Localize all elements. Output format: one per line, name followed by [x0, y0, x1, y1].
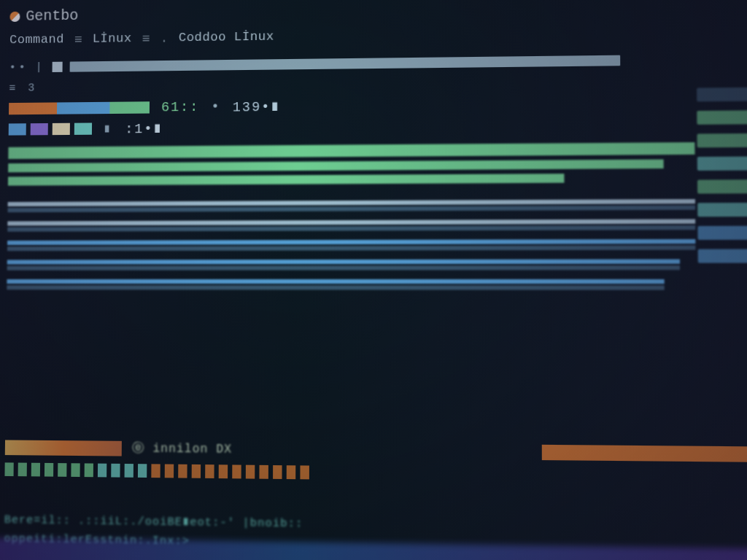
tick: [273, 465, 282, 479]
segment-sep: •: [211, 99, 220, 114]
process-row: [7, 279, 665, 290]
status-left-block: [5, 440, 122, 456]
side-indicators: [692, 87, 747, 262]
tick: [85, 463, 93, 477]
separator-dot: .: [160, 30, 169, 44]
tick: [138, 464, 147, 478]
legend-row: ≡ 3: [9, 73, 747, 96]
tick: [246, 465, 255, 479]
process-row: [8, 199, 695, 212]
side-chip: [697, 110, 747, 125]
tick: [18, 463, 27, 477]
side-chip: [697, 179, 747, 193]
segment-bar: [9, 101, 150, 114]
swatch: [9, 123, 26, 135]
segment: [9, 102, 57, 114]
swatch: [31, 123, 48, 135]
swatch-row: ∎ :1•∎: [9, 116, 747, 137]
tick: [4, 462, 13, 476]
status-label: ⓔ innilon DX: [132, 440, 232, 457]
tick: [31, 463, 40, 477]
process-row: [7, 259, 681, 270]
segment-value-b: 139•∎: [233, 98, 281, 114]
tick: [287, 465, 296, 479]
tick: [232, 464, 241, 478]
swatch: [74, 122, 92, 134]
distro-logo-icon: [9, 11, 20, 21]
block-icon: [53, 62, 63, 72]
side-chip: [697, 226, 747, 240]
status-right-bar: [542, 444, 747, 462]
process-row: [7, 219, 695, 231]
separator-icon: ≡: [142, 31, 150, 45]
tick: [44, 463, 53, 477]
tick: [151, 464, 160, 478]
tick: [219, 464, 228, 478]
swatch-marker: ∎: [104, 122, 113, 136]
tick: [71, 463, 80, 477]
tick: [125, 464, 133, 478]
breadcrumb-item: Command: [9, 32, 64, 47]
indicator-dots: ••: [9, 61, 28, 74]
legend-glyph: ≡ 3: [9, 82, 37, 95]
tick: [259, 465, 268, 479]
side-chip: [698, 249, 747, 263]
load-ticker: [0, 462, 747, 487]
status-strip: ⓔ innilon DX: [0, 439, 747, 462]
segment: [109, 101, 150, 114]
tick: [98, 464, 107, 478]
tick: [165, 464, 174, 478]
breadcrumb-item: Coddoo Lİnux: [179, 29, 274, 44]
tick: [192, 464, 201, 478]
log-line: Bere=il:: .::iiL:./ooiBE∎eot:-' |bnoib::: [4, 513, 747, 537]
activity-bar: [8, 159, 664, 172]
process-row: [7, 239, 695, 251]
side-chip: [697, 156, 747, 171]
tick: [300, 465, 309, 479]
side-chip: [697, 88, 747, 102]
side-chip: [697, 203, 747, 217]
swatch-value: :1•∎: [125, 120, 163, 137]
activity-bar: [8, 142, 694, 159]
activity-bars: [8, 141, 747, 185]
activity-bar: [8, 174, 565, 185]
swatch-bar: [9, 122, 92, 135]
tick: [111, 464, 120, 478]
segment: [57, 102, 110, 114]
terminal-body[interactable]: •• | ≡ 3 61:: • 139•∎ ∎ :1•∎: [0, 51, 747, 290]
tick: [205, 464, 214, 478]
tick: [178, 464, 187, 478]
segment-bar-row: 61:: • 139•∎: [9, 94, 747, 116]
pipe-icon: |: [36, 61, 45, 73]
process-rows: [7, 199, 747, 290]
breadcrumb-item: Lİnux: [93, 31, 132, 45]
swatch: [53, 123, 70, 135]
tick: [58, 463, 66, 477]
side-chip: [697, 133, 747, 148]
separator-icon: ≡: [74, 31, 82, 46]
segment-value-a: 61::: [161, 100, 199, 115]
window-title: Gentbo: [26, 7, 78, 25]
